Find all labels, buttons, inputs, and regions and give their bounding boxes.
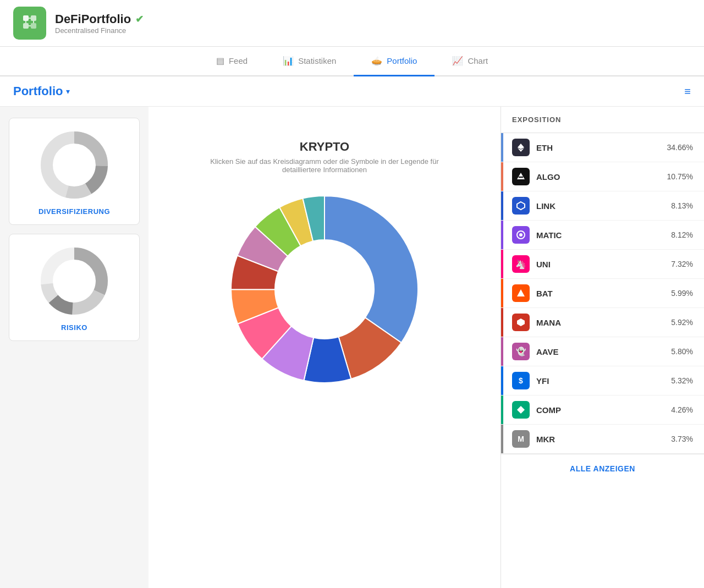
coin-pct-link: 8.13% [671, 201, 693, 210]
coin-name-yfi: YFI [536, 376, 664, 386]
page-title: Portfolio [13, 84, 63, 98]
coin-name-algo: ALGO [536, 172, 661, 182]
exposition-header: EXPOSITION [501, 107, 704, 133]
color-bar-mana [501, 308, 503, 337]
coin-icon-comp [512, 401, 530, 419]
svg-rect-3 [31, 23, 36, 29]
coin-name-matic: MATIC [536, 230, 664, 240]
left-sidebar: DIVERSIFIZIERUNG RISIKO [0, 107, 148, 588]
app-subtitle: Decentralised Finance [55, 26, 144, 35]
risiko-card[interactable]: RISIKO [9, 234, 140, 341]
nav-portfolio[interactable]: 🥧 Portfolio [354, 47, 435, 76]
exposition-item-bat[interactable]: BAT5.99% [501, 279, 704, 308]
coin-icon-aave: 👻 [512, 343, 530, 360]
svg-marker-21 [517, 173, 525, 179]
app-header: DeFiPortfolio ✔ Decentralised Finance [0, 0, 704, 47]
coin-name-uni: UNI [536, 260, 664, 269]
coin-name-link: LINK [536, 201, 664, 211]
coin-icon-mana [512, 314, 530, 331]
svg-marker-27 [517, 318, 525, 326]
coin-icon-eth [512, 139, 530, 156]
chart-nav-icon: 📈 [452, 56, 463, 66]
coin-pct-comp: 4.26% [671, 405, 693, 414]
coin-pct-mana: 5.92% [671, 318, 693, 327]
page-title-group[interactable]: Portfolio ▾ [13, 84, 70, 98]
color-bar-aave [501, 337, 503, 366]
nav-statistiken-label: Statistiken [298, 56, 336, 65]
svg-rect-1 [31, 15, 36, 21]
svg-marker-19 [518, 144, 524, 149]
coin-icon-yfi: $ [512, 372, 530, 389]
exposition-item-link[interactable]: LINK8.13% [501, 191, 704, 221]
app-logo [13, 7, 46, 40]
coin-pct-matic: 8.12% [671, 230, 693, 239]
coin-icon-bat [512, 284, 530, 302]
exposition-item-matic[interactable]: MATIC8.12% [501, 221, 704, 250]
coin-pct-bat: 5.99% [671, 289, 693, 298]
page-header: Portfolio ▾ ≡ [0, 76, 704, 107]
donut-center [276, 241, 373, 338]
center-area: KRYPTO Klicken Sie auf das Kreisdiagramm… [148, 107, 501, 588]
diversifizierung-label: DIVERSIFIZIERUNG [38, 207, 110, 216]
exposition-item-eth[interactable]: ETH34.66% [501, 133, 704, 162]
exposition-item-algo[interactable]: ALGO10.75% [501, 162, 704, 191]
svg-point-25 [519, 233, 522, 237]
stats-icon: 📊 [283, 56, 294, 66]
color-bar-eth [501, 133, 503, 162]
svg-point-18 [53, 260, 95, 302]
coin-name-eth: ETH [536, 143, 661, 152]
app-title-group: DeFiPortfolio ✔ Decentralised Finance [55, 12, 144, 35]
exposition-item-mkr[interactable]: MMKR3.73% [501, 425, 704, 454]
coin-name-bat: BAT [536, 289, 664, 298]
risiko-label: RISIKO [61, 323, 87, 332]
diversifizierung-card[interactable]: DIVERSIFIZIERUNG [9, 118, 140, 225]
nav-portfolio-label: Portfolio [387, 56, 417, 65]
exposition-item-comp[interactable]: COMP4.26% [501, 395, 704, 425]
svg-rect-0 [23, 15, 29, 21]
nav-bar: ▤ Feed 📊 Statistiken 🥧 Portfolio 📈 Chart [0, 47, 704, 76]
app-name: DeFiPortfolio ✔ [55, 12, 144, 26]
coin-name-aave: AAVE [536, 347, 664, 356]
exposition-item-yfi[interactable]: $YFI5.32% [501, 366, 704, 395]
coin-pct-mkr: 3.73% [671, 435, 693, 443]
risiko-donut [38, 245, 110, 317]
list-view-button[interactable]: ≡ [684, 85, 691, 98]
coin-name-mkr: MKR [536, 435, 664, 444]
svg-marker-23 [517, 202, 525, 210]
coin-pct-uni: 7.32% [671, 260, 693, 268]
color-bar-link [501, 191, 503, 220]
verified-icon: ✔ [135, 13, 144, 25]
app-name-text: DeFiPortfolio [55, 12, 131, 26]
coin-icon-algo [512, 168, 530, 185]
color-bar-comp [501, 395, 503, 424]
alle-anzeigen-button[interactable]: ALLE ANZEIGEN [501, 454, 704, 483]
coin-icon-uni: 🦄 [512, 255, 530, 273]
svg-rect-2 [23, 23, 29, 29]
nav-feed[interactable]: ▤ Feed [199, 47, 265, 76]
coin-icon-matic [512, 226, 530, 244]
color-bar-uni [501, 250, 503, 278]
feed-icon: ▤ [216, 56, 224, 66]
color-bar-yfi [501, 366, 503, 395]
diversifizierung-donut [38, 129, 110, 201]
nav-statistiken[interactable]: 📊 Statistiken [265, 47, 354, 76]
exposition-list: ETH34.66%ALGO10.75%LINK8.13%MATIC8.12%🦄U… [501, 133, 704, 454]
chart-subtitle: Klicken Sie auf das Kreisdiagramm oder d… [209, 157, 440, 174]
donut-chart[interactable] [220, 185, 429, 394]
coin-icon-mkr: M [512, 430, 530, 448]
exposition-item-aave[interactable]: 👻AAVE5.80% [501, 337, 704, 366]
coin-pct-yfi: 5.32% [671, 376, 693, 385]
svg-marker-26 [517, 289, 525, 296]
coin-name-comp: COMP [536, 405, 664, 415]
color-bar-bat [501, 279, 503, 307]
color-bar-algo [501, 162, 503, 191]
main-content: DIVERSIFIZIERUNG RISIKO KRYPTO Klicken S… [0, 107, 704, 588]
exposition-item-mana[interactable]: MANA5.92% [501, 308, 704, 337]
nav-chart[interactable]: 📈 Chart [435, 47, 505, 76]
exposition-item-uni[interactable]: 🦄UNI7.32% [501, 250, 704, 279]
coin-icon-link [512, 197, 530, 215]
page-title-chevron: ▾ [66, 87, 70, 96]
nav-feed-label: Feed [229, 56, 248, 65]
nav-chart-label: Chart [468, 56, 488, 65]
right-panel: EXPOSITION ETH34.66%ALGO10.75%LINK8.13%M… [501, 107, 704, 588]
